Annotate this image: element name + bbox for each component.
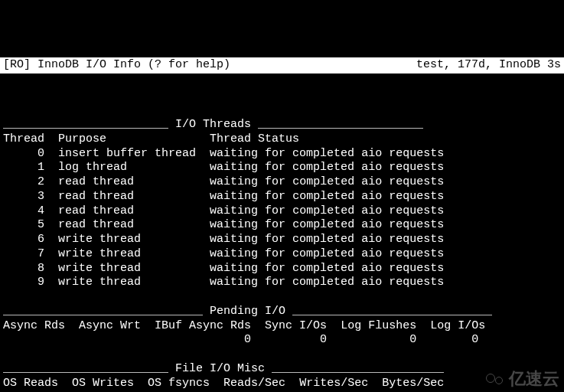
th: OS Writes <box>72 377 134 390</box>
val: 0 <box>409 333 416 346</box>
row-status: waiting for completed aio requests <box>210 161 444 174</box>
header-left: [RO] InnoDB I/O Info (? for help) <box>3 58 230 73</box>
row-purpose: write thread <box>58 233 141 246</box>
row-status: waiting for completed aio requests <box>210 247 444 260</box>
th: IBuf Async Rds <box>155 319 251 332</box>
row-status: waiting for completed aio requests <box>210 262 444 275</box>
row-id: 0 <box>37 147 44 160</box>
row-id: 7 <box>37 247 44 260</box>
row-purpose: write thread <box>58 247 141 260</box>
row-purpose: read thread <box>58 218 134 231</box>
row-status: waiting for completed aio requests <box>210 175 444 188</box>
row-purpose: insert buffer thread <box>58 147 196 160</box>
section-rule: _____________________________ <box>3 305 210 318</box>
io-threads-title: I/O Threads <box>175 118 251 131</box>
val: 0 <box>320 333 327 346</box>
row-id: 9 <box>37 276 44 289</box>
terminal-content: ________________________ I/O Threads ___… <box>0 102 564 392</box>
row-status: waiting for completed aio requests <box>210 147 444 160</box>
row-purpose: log thread <box>58 161 127 174</box>
section-rule: _____________________________ <box>285 305 492 318</box>
watermark-text: 亿速云 <box>509 368 559 390</box>
th: OS Reads <box>3 377 58 390</box>
row-purpose: read thread <box>58 175 134 188</box>
th: Writes/Sec <box>299 377 368 390</box>
pending-io-title: Pending I/O <box>210 305 285 318</box>
th: Log Flushes <box>341 319 416 332</box>
row-purpose: read thread <box>58 190 134 203</box>
row-id: 4 <box>37 204 44 217</box>
row-status: waiting for completed aio requests <box>210 233 444 246</box>
row-purpose: write thread <box>58 276 141 289</box>
row-id: 8 <box>37 262 44 275</box>
section-rule: ________________________ <box>251 118 423 131</box>
section-rule: _________________________ <box>265 362 444 375</box>
val: 0 <box>244 333 251 346</box>
th: Async Wrt <box>79 319 141 332</box>
th: Sync I/Os <box>265 319 327 332</box>
row-status: waiting for completed aio requests <box>210 276 444 289</box>
row-id: 5 <box>37 218 44 231</box>
row-id: 6 <box>37 233 44 246</box>
val: 0 <box>471 333 478 346</box>
row-status: waiting for completed aio requests <box>210 218 444 231</box>
th: Log I/Os <box>430 319 485 332</box>
section-rule: ________________________ <box>3 118 175 131</box>
row-status: waiting for completed aio requests <box>210 204 444 217</box>
row-purpose: read thread <box>58 204 134 217</box>
row-id: 3 <box>37 190 44 203</box>
th: Bytes/Sec <box>382 377 444 390</box>
section-rule: ________________________ <box>3 362 175 375</box>
th: OS fsyncs <box>148 377 210 390</box>
th-thread: Thread <box>3 132 44 145</box>
th-purpose: Purpose <box>58 132 106 145</box>
file-io-misc-title: File I/O Misc <box>175 362 265 375</box>
watermark: 亿速云 <box>486 368 559 390</box>
th: Async Rds <box>3 319 65 332</box>
row-purpose: write thread <box>58 262 141 275</box>
row-id: 1 <box>37 161 44 174</box>
th: Reads/Sec <box>223 377 285 390</box>
watermark-icon <box>486 372 506 384</box>
th-status: Thread Status <box>210 132 299 145</box>
header-right: test, 177d, InnoDB 3s <box>416 58 561 73</box>
row-status: waiting for completed aio requests <box>210 190 444 203</box>
header-bar: [RO] InnoDB I/O Info (? for help) test, … <box>0 57 564 74</box>
row-id: 2 <box>37 175 44 188</box>
